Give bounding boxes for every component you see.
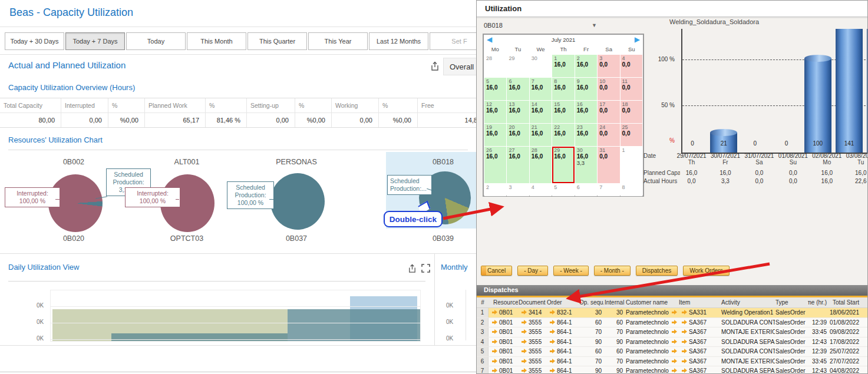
- date-range-button[interactable]: Last 12 Months: [369, 32, 428, 50]
- link-arrow-icon[interactable]: [521, 359, 527, 364]
- calendar-day-cell[interactable]: 17 0,0: [598, 101, 619, 123]
- window-button[interactable]: - Week -: [553, 266, 589, 276]
- calendar-day-cell[interactable]: 11 0,0: [621, 78, 642, 100]
- calendar-day-cell[interactable]: 30: [530, 55, 552, 77]
- column-header[interactable]: Total Start: [829, 299, 862, 306]
- calendar-day-cell[interactable]: 16 16,0: [575, 101, 597, 123]
- link-arrow-icon[interactable]: [491, 329, 498, 335]
- column-header[interactable]: Order: [546, 299, 576, 306]
- link-arrow-icon[interactable]: [671, 359, 678, 364]
- calendar-next-icon[interactable]: ▶: [635, 35, 640, 44]
- calendar-day-cell[interactable]: 18 0,0: [621, 101, 642, 123]
- window-button[interactable]: - Month -: [594, 266, 631, 276]
- link-arrow-icon[interactable]: [491, 320, 498, 325]
- dispatch-row[interactable]: 3 0B01 3555 864-1 70 70 Parametechnolo S…: [477, 327, 868, 337]
- calendar-day-cell[interactable]: 2: [484, 184, 506, 196]
- daily-utilization-chart[interactable]: [50, 290, 421, 342]
- link-arrow-icon[interactable]: [549, 329, 556, 335]
- date-range-button[interactable]: This Year: [308, 32, 368, 50]
- calendar-day-cell[interactable]: 8 16,0: [552, 78, 574, 100]
- calendar-day-cell[interactable]: 10 0,0: [598, 78, 619, 100]
- link-arrow-icon[interactable]: [549, 349, 556, 354]
- link-arrow-icon[interactable]: [549, 368, 556, 373]
- pie-chart-PERSONAS[interactable]: [270, 173, 325, 230]
- calendar-day-cell[interactable]: 4 0,0: [621, 55, 642, 77]
- calendar-day-cell[interactable]: 4: [530, 184, 552, 196]
- calendar-day-cell[interactable]: 7: [598, 184, 619, 196]
- link-arrow-icon[interactable]: [549, 310, 556, 315]
- utilization-bar-chart[interactable]: 02100100141: [681, 29, 868, 154]
- calendar-day-cell[interactable]: 1 16,0: [552, 55, 574, 77]
- column-header[interactable]: Time (hr.): [808, 299, 829, 306]
- date-range-button[interactable]: This Quarter: [247, 32, 307, 50]
- column-header[interactable]: Type: [775, 299, 808, 306]
- column-header[interactable]: Item: [678, 299, 721, 306]
- calendar-day-cell[interactable]: 29 16,0: [552, 147, 574, 183]
- column-header[interactable]: Activity: [721, 299, 775, 306]
- link-arrow-icon[interactable]: [521, 368, 527, 373]
- window-button[interactable]: Cancel: [481, 266, 512, 276]
- column-header[interactable]: Document: [518, 299, 546, 306]
- calendar-day-cell[interactable]: 24 0,0: [598, 124, 619, 146]
- calendar-day-cell[interactable]: 9 16,0: [575, 78, 597, 100]
- calendar-day-cell[interactable]: 28 16,0: [530, 147, 552, 183]
- calendar-day-cell[interactable]: 20 16,0: [507, 124, 529, 146]
- calendar-day-cell[interactable]: 28: [484, 55, 506, 77]
- calendar-day-cell[interactable]: 25 0,0: [621, 124, 642, 146]
- calendar-day-cell[interactable]: 21 16,0: [530, 124, 552, 146]
- calendar-day-cell[interactable]: 15 16,0: [552, 101, 574, 123]
- link-arrow-icon[interactable]: [671, 349, 678, 354]
- calendar-day-cell[interactable]: 5: [552, 184, 574, 196]
- dispatch-row[interactable]: 4 0B01 3555 864-1 90 90 Parametechnolo S…: [477, 337, 868, 347]
- calendar-day-cell[interactable]: 23 16,0: [575, 124, 597, 146]
- dispatch-row[interactable]: 2 0B01 3555 864-1 60 60 Parametechnolo S…: [477, 318, 868, 328]
- calendar-day-cell[interactable]: 29: [507, 55, 529, 77]
- calendar-day-cell[interactable]: 31 0,0: [598, 147, 619, 183]
- link-arrow-icon[interactable]: [681, 329, 688, 335]
- calendar-day-cell[interactable]: 2 16,0: [575, 55, 597, 77]
- link-arrow-icon[interactable]: [521, 320, 527, 325]
- calendar-day-cell[interactable]: 8: [621, 184, 642, 196]
- link-arrow-icon[interactable]: [681, 349, 688, 354]
- calendar-day-cell[interactable]: 3: [507, 184, 529, 196]
- calendar-day-cell[interactable]: 6: [575, 184, 597, 196]
- link-arrow-icon[interactable]: [671, 320, 678, 325]
- dispatch-row[interactable]: 1 0B01 3414 832-1 30 30 Parametechnolo S…: [477, 308, 868, 318]
- link-arrow-icon[interactable]: [681, 359, 688, 364]
- calendar-day-cell[interactable]: 13 16,0: [507, 101, 529, 123]
- link-arrow-icon[interactable]: [549, 339, 556, 345]
- expand-icon[interactable]: [421, 264, 430, 276]
- link-arrow-icon[interactable]: [671, 310, 678, 315]
- link-arrow-icon[interactable]: [671, 339, 678, 345]
- dispatch-row[interactable]: 6 0B01 3555 864-1 70 70 Parametechnolo S…: [477, 357, 868, 367]
- link-arrow-icon[interactable]: [671, 368, 678, 373]
- export-icon[interactable]: [408, 264, 417, 276]
- link-arrow-icon[interactable]: [549, 359, 556, 364]
- window-button[interactable]: Dispatches: [636, 266, 678, 276]
- calendar-day-cell[interactable]: 5 16,0: [484, 78, 506, 100]
- link-arrow-icon[interactable]: [491, 339, 498, 345]
- calendar-day-cell[interactable]: 12 16,0: [484, 101, 506, 123]
- link-arrow-icon[interactable]: [491, 368, 498, 373]
- link-arrow-icon[interactable]: [521, 329, 527, 335]
- calendar-day-cell[interactable]: 27 16,0: [507, 147, 529, 183]
- link-arrow-icon[interactable]: [681, 320, 688, 325]
- window-button[interactable]: Work Orders: [683, 266, 730, 276]
- link-arrow-icon[interactable]: [549, 320, 556, 325]
- window-button[interactable]: - Day -: [517, 266, 548, 276]
- link-arrow-icon[interactable]: [681, 310, 688, 315]
- date-range-button[interactable]: Today + 7 Days: [65, 32, 125, 50]
- link-arrow-icon[interactable]: [491, 359, 498, 364]
- calendar-day-cell[interactable]: 19 16,0: [484, 124, 506, 146]
- link-arrow-icon[interactable]: [681, 339, 688, 345]
- link-arrow-icon[interactable]: [521, 310, 527, 315]
- export-icon[interactable]: [430, 61, 440, 74]
- calendar-day-cell[interactable]: 26 16,0: [484, 147, 506, 183]
- column-header[interactable]: Resource: [489, 299, 518, 306]
- date-range-button[interactable]: Today + 30 Days: [5, 32, 64, 50]
- link-arrow-icon[interactable]: [681, 368, 688, 373]
- dispatch-row[interactable]: 7 0B01 3555 864-1 90 90 Parametechnolo S…: [477, 366, 868, 374]
- column-header[interactable]: Internal: [604, 299, 625, 306]
- link-arrow-icon[interactable]: [521, 349, 527, 354]
- calendar-day-cell[interactable]: 30 16,0 3,3: [575, 147, 597, 183]
